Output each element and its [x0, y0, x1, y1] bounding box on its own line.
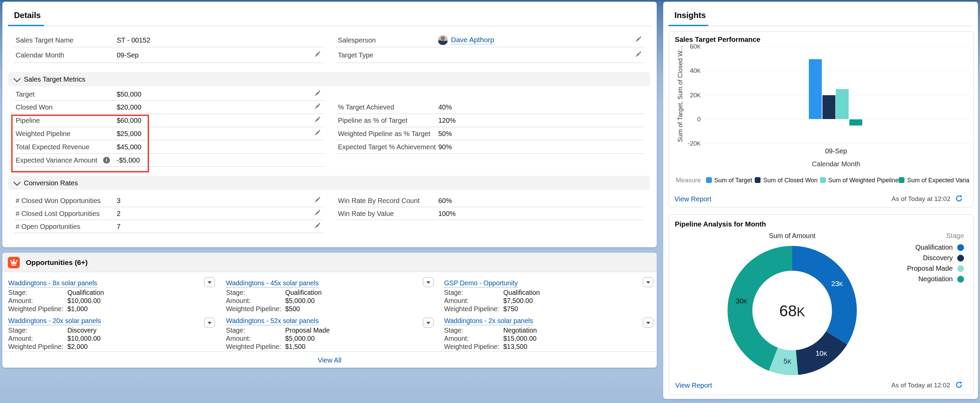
svg-text:10K: 10K — [816, 349, 827, 357]
svg-text:23K: 23K — [831, 279, 843, 287]
svg-text:30K: 30K — [736, 297, 748, 305]
svg-text:5K: 5K — [783, 357, 791, 365]
svg-text:68K: 68K — [779, 302, 805, 320]
